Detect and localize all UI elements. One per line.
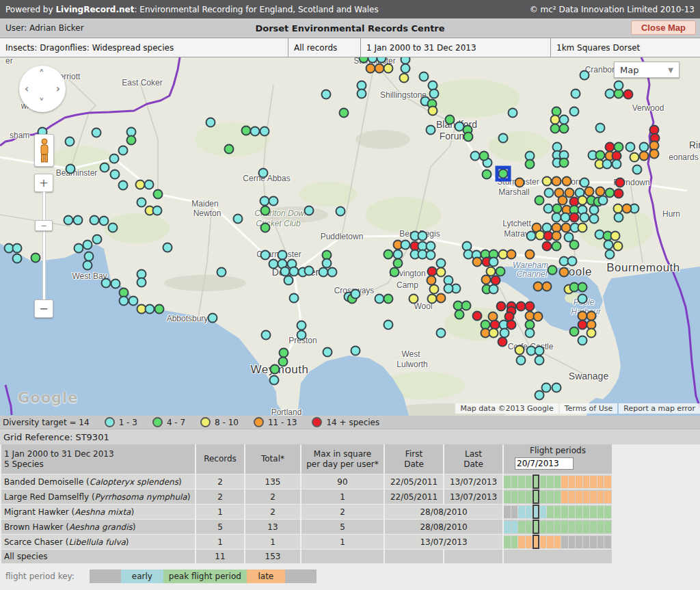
map-attribution-link[interactable]: Terms of Use [560, 403, 618, 414]
map-marker[interactable] [126, 135, 137, 146]
map-marker[interactable] [445, 115, 455, 125]
map-marker[interactable] [92, 234, 103, 245]
map-marker[interactable] [65, 137, 75, 147]
flight-period-cell[interactable] [590, 536, 597, 548]
map-marker[interactable] [258, 168, 269, 178]
map-marker[interactable] [589, 214, 600, 224]
flight-period-cell[interactable] [561, 506, 568, 518]
map-marker[interactable] [336, 206, 346, 217]
flight-period-cell[interactable] [533, 474, 539, 489]
map-marker[interactable] [383, 64, 394, 74]
flight-period-cell[interactable] [590, 491, 597, 503]
flight-period-cell[interactable] [554, 521, 561, 533]
map-marker[interactable] [92, 128, 102, 138]
map-marker[interactable] [322, 258, 332, 269]
map-marker[interactable] [542, 241, 552, 252]
map-marker[interactable] [99, 216, 109, 226]
flight-period-cell[interactable] [526, 506, 533, 518]
map-marker[interactable] [602, 159, 612, 170]
flight-period-cell[interactable] [554, 506, 561, 518]
map-marker[interactable] [217, 267, 227, 278]
flight-period-cell[interactable] [547, 536, 554, 548]
zoom-slider-handle[interactable]: − [35, 220, 53, 231]
map-marker[interactable] [351, 346, 361, 356]
flight-period-cell[interactable] [511, 521, 518, 533]
map-marker[interactable] [297, 330, 307, 340]
flight-period-cell[interactable] [569, 521, 576, 533]
map-marker[interactable] [489, 257, 499, 267]
flight-period-cell[interactable] [518, 521, 525, 533]
map-marker[interactable] [455, 310, 465, 320]
map-marker[interactable] [327, 267, 338, 278]
flight-period-cell[interactable] [540, 506, 547, 518]
map-marker[interactable] [578, 294, 588, 304]
flight-period-cell[interactable] [604, 521, 611, 533]
map-marker[interactable] [109, 154, 120, 164]
map-marker[interactable] [463, 132, 474, 142]
flight-period-cell[interactable] [576, 476, 582, 488]
map-marker[interactable] [83, 260, 93, 271]
map-marker[interactable] [578, 336, 588, 346]
map-marker[interactable] [436, 328, 446, 338]
map-marker[interactable] [383, 250, 394, 260]
map-marker[interactable] [66, 164, 76, 174]
map-marker[interactable] [533, 312, 543, 322]
map-marker[interactable] [559, 124, 569, 134]
map-marker[interactable] [153, 189, 163, 200]
map-marker[interactable] [552, 231, 562, 241]
flight-period-cell[interactable] [540, 521, 547, 533]
map-marker[interactable] [436, 293, 446, 304]
flight-period-cell[interactable] [569, 491, 576, 503]
flight-period-cell[interactable] [597, 506, 604, 518]
map-marker[interactable] [270, 364, 280, 375]
flight-period-cell[interactable] [576, 491, 582, 503]
map-marker[interactable] [297, 321, 307, 331]
flight-period-cell[interactable] [511, 536, 518, 548]
map-marker[interactable] [163, 243, 173, 253]
map-marker[interactable] [101, 278, 111, 289]
map-marker[interactable] [542, 282, 552, 292]
flight-period-cell[interactable] [583, 476, 590, 488]
zoom-out-button[interactable]: − [34, 299, 53, 318]
map-marker[interactable] [137, 198, 147, 208]
map-marker[interactable] [208, 313, 218, 323]
map-marker[interactable] [625, 142, 636, 152]
map-marker[interactable] [482, 170, 492, 180]
map-marker[interactable] [129, 296, 139, 306]
map-marker[interactable] [569, 213, 580, 223]
map-marker[interactable] [383, 320, 394, 330]
map-marker[interactable] [90, 215, 100, 226]
map-marker[interactable] [426, 250, 436, 260]
map-marker[interactable] [580, 213, 590, 223]
map-marker[interactable] [100, 163, 110, 173]
map-marker[interactable] [111, 279, 121, 289]
map-marker[interactable] [615, 178, 625, 188]
map-marker[interactable] [515, 178, 525, 188]
map-marker[interactable] [152, 206, 163, 216]
flight-date-input[interactable] [515, 457, 574, 470]
map-marker[interactable] [535, 346, 545, 356]
map-marker[interactable] [525, 328, 535, 338]
flight-period-cell[interactable] [518, 476, 525, 488]
map-marker[interactable] [535, 390, 545, 401]
map-marker[interactable] [605, 250, 615, 260]
flight-period-cell[interactable] [554, 491, 561, 503]
flight-period-cell[interactable] [583, 491, 590, 503]
map-marker[interactable] [472, 311, 483, 321]
map-marker[interactable] [321, 90, 332, 100]
map-marker[interactable] [508, 108, 518, 118]
map-marker[interactable] [489, 328, 499, 338]
map-marker[interactable] [409, 294, 419, 304]
map-marker[interactable] [569, 327, 580, 337]
flight-period-cell[interactable] [590, 521, 597, 533]
map-marker[interactable] [269, 375, 280, 386]
map-marker[interactable] [118, 180, 129, 191]
map-canvas[interactable]: erMerriottEast CokerwkerneshamBeaminster… [0, 57, 700, 416]
map-marker[interactable] [418, 231, 428, 241]
map-marker[interactable] [31, 253, 41, 263]
filter-species-group[interactable]: Insects: Dragonflies: Widespread species [0, 38, 288, 57]
map-marker[interactable] [535, 356, 545, 366]
map-marker[interactable] [323, 347, 333, 358]
map-marker[interactable] [233, 214, 243, 224]
flight-period-cell[interactable] [547, 491, 554, 503]
